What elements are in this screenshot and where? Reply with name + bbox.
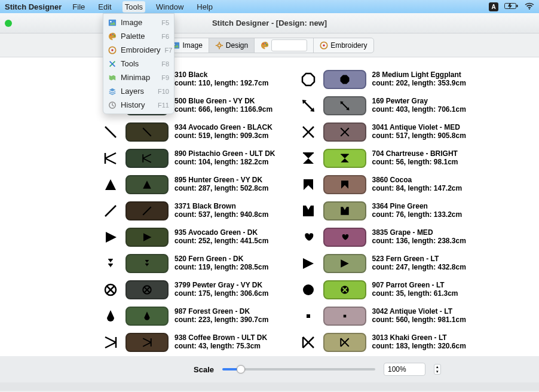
palette-entry[interactable]: 3041 Antique Violet - MED count: 517, le… xyxy=(299,122,466,142)
color-chip[interactable] xyxy=(125,254,169,273)
tools-menu-layers[interactable]: LayersF10 xyxy=(103,84,174,98)
menu-tools[interactable]: Tools xyxy=(122,1,145,13)
color-chip[interactable] xyxy=(323,122,366,142)
color-picker-field[interactable] xyxy=(271,39,307,51)
tools-menu-embroidery[interactable]: EmbroideryF7 xyxy=(103,43,174,57)
palette-entry[interactable]: 704 Chartreuse - BRIGHT count: 56, lengt… xyxy=(299,148,466,169)
color-chip[interactable] xyxy=(323,254,366,273)
menu-item-shortcut: F10 xyxy=(158,88,169,95)
battery-icon xyxy=(504,2,519,11)
palette-entry[interactable]: 28 Medium Light Eggplant count: 202, len… xyxy=(299,69,466,90)
scale-slider[interactable] xyxy=(222,368,375,370)
window-title: Stitch Designer - [Design: new] xyxy=(0,19,539,27)
palette-entry[interactable]: 935 Avocado Green - DK count: 252, lengt… xyxy=(102,227,275,247)
toolbar: Image Design Embroidery xyxy=(0,33,539,57)
palette-entry[interactable]: 3860 Cocoa count: 84, length: 147.2cm xyxy=(299,174,466,195)
palette-entry[interactable]: 169 Pewter Gray count: 403, length: 706.… xyxy=(299,96,466,116)
palette-entry-text: 3799 Pewter Gray - VY DK count: 175, len… xyxy=(174,281,268,298)
palette-entry-text: 934 Avocado Green - BLACK count: 519, le… xyxy=(174,124,272,140)
color-chip[interactable] xyxy=(323,175,366,194)
stitch-symbol-icon xyxy=(299,149,317,167)
tools-menu-tools[interactable]: ToolsF8 xyxy=(103,57,174,71)
thread-stats: count: 183, length: 320.6cm xyxy=(372,342,466,351)
svg-marker-54 xyxy=(508,3,512,9)
palette-entry-text: 938 Coffee Brown - ULT DK count: 43, len… xyxy=(174,334,267,351)
color-chip[interactable] xyxy=(125,228,169,247)
color-chip[interactable] xyxy=(323,201,366,220)
stitch-symbol-icon xyxy=(299,228,317,246)
menu-file[interactable]: File xyxy=(70,1,87,13)
scale-value[interactable]: 100% xyxy=(384,363,425,376)
tools-menu-history[interactable]: HistoryF11 xyxy=(103,98,174,112)
color-chip[interactable] xyxy=(323,280,366,299)
color-chip[interactable] xyxy=(125,122,169,142)
color-chip[interactable] xyxy=(125,149,169,168)
app-name: Stitch Designer xyxy=(5,2,62,11)
menu-item-label: Palette xyxy=(121,32,145,41)
palette-entry[interactable]: 3799 Pewter Gray - VY DK count: 175, len… xyxy=(102,280,275,300)
palette-entry-text: 704 Chartreuse - BRIGHT count: 56, lengt… xyxy=(372,150,458,167)
color-chip[interactable] xyxy=(323,307,366,326)
palette-entry[interactable]: 907 Parrot Green - LT count: 35, length:… xyxy=(299,280,466,300)
menu-item-label: Embroidery xyxy=(121,45,160,54)
palette-entry[interactable]: 890 Pistachio Green - ULT DK count: 104,… xyxy=(102,148,275,169)
palette-entry[interactable]: 520 Fern Green - DK count: 119, length: … xyxy=(102,253,275,274)
color-picker-button[interactable] xyxy=(255,38,314,53)
scale-stepper[interactable]: ▴▾ xyxy=(434,364,441,375)
menu-help[interactable]: Help xyxy=(194,1,215,13)
thread-name: 169 Pewter Gray xyxy=(372,97,466,106)
color-chip[interactable] xyxy=(125,175,169,194)
stitch-symbol-icon xyxy=(299,281,317,299)
thread-name: 3364 Pine Green xyxy=(372,203,463,211)
thread-name: 3042 Antique Violet - LT xyxy=(372,308,466,316)
thread-stats: count: 247, length: 432.8cm xyxy=(372,264,466,272)
color-chip[interactable] xyxy=(125,280,169,299)
thread-name: 520 Fern Green - DK xyxy=(174,255,268,264)
menu-item-label: Minimap xyxy=(121,73,150,82)
tab-design[interactable]: Design xyxy=(209,38,255,53)
svg-rect-53 xyxy=(517,5,518,7)
palette-entry[interactable]: 3835 Grape - MED count: 136, length: 238… xyxy=(299,227,466,247)
tools-menu-palette[interactable]: PaletteF6 xyxy=(103,29,174,43)
keyboard-indicator-icon[interactable]: A xyxy=(489,2,498,11)
thread-name: 935 Avocado Green - DK xyxy=(174,229,268,237)
thread-stats: count: 43, length: 75.3cm xyxy=(174,342,267,351)
color-chip[interactable] xyxy=(323,228,366,247)
palette-entry-text: 3371 Black Brown count: 537, length: 940… xyxy=(174,203,268,219)
color-chip[interactable] xyxy=(125,201,169,220)
color-chip[interactable] xyxy=(125,333,169,352)
color-chip[interactable] xyxy=(323,149,366,168)
wifi-icon[interactable] xyxy=(525,2,534,11)
tab-image-label: Image xyxy=(182,41,202,50)
palette-entry[interactable]: 3042 Antique Violet - LT count: 560, len… xyxy=(299,306,466,326)
color-chip[interactable] xyxy=(323,96,366,115)
thread-name: 895 Hunter Green - VY DK xyxy=(174,176,268,185)
menu-window[interactable]: Window xyxy=(154,1,186,13)
color-chip[interactable] xyxy=(323,333,366,352)
thread-stats: count: 287, length: 502.8cm xyxy=(174,185,268,193)
thread-name: 704 Chartreuse - BRIGHT xyxy=(372,150,458,158)
tab-embroidery-label: Embroidery xyxy=(330,41,367,50)
thread-stats: count: 76, length: 133.2cm xyxy=(372,211,463,219)
stitch-symbol-icon xyxy=(102,123,120,141)
color-chip[interactable] xyxy=(323,70,366,89)
palette-entry[interactable]: 523 Fern Green - LT count: 247, length: … xyxy=(299,253,466,274)
palette-entry[interactable]: 895 Hunter Green - VY DK count: 287, len… xyxy=(102,174,275,195)
palette-entry[interactable]: 938 Coffee Brown - ULT DK count: 43, len… xyxy=(102,332,275,353)
tab-embroidery[interactable]: Embroidery xyxy=(314,38,373,53)
tools-menu-image[interactable]: ImageF5 xyxy=(103,16,174,29)
palette-entry[interactable]: 987 Forest Green - DK count: 223, length… xyxy=(102,306,275,326)
palette-entry[interactable]: 3371 Black Brown count: 537, length: 940… xyxy=(102,201,275,221)
palette-entry[interactable]: 3013 Khaki Green - LT count: 183, length… xyxy=(299,332,466,353)
palette-entry[interactable]: 3364 Pine Green count: 76, length: 133.2… xyxy=(299,201,466,221)
palette-entry[interactable]: 934 Avocado Green - BLACK count: 519, le… xyxy=(102,122,275,142)
thread-name: 3041 Antique Violet - MED xyxy=(372,124,466,132)
tools-menu-minimap[interactable]: MinimapF9 xyxy=(103,71,174,84)
palette-entry-text: 523 Fern Green - LT count: 247, length: … xyxy=(372,255,466,272)
embroidery-icon xyxy=(108,46,117,54)
palette-entry-text: 890 Pistachio Green - ULT DK count: 104,… xyxy=(174,150,275,167)
color-chip[interactable] xyxy=(125,307,169,326)
system-menubar: Stitch Designer File Edit Tools Window H… xyxy=(0,0,539,13)
menu-edit[interactable]: Edit xyxy=(96,1,114,13)
stitch-symbol-icon xyxy=(102,281,120,299)
